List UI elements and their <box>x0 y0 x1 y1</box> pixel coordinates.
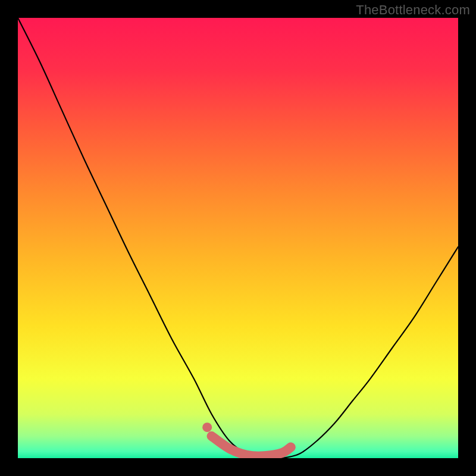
optimal-zone-marker-dot <box>202 422 212 432</box>
gradient-background <box>18 18 458 458</box>
bottleneck-chart <box>18 18 458 458</box>
watermark-label: TheBottleneck.com <box>356 2 470 18</box>
chart-frame: TheBottleneck.com <box>0 0 476 476</box>
